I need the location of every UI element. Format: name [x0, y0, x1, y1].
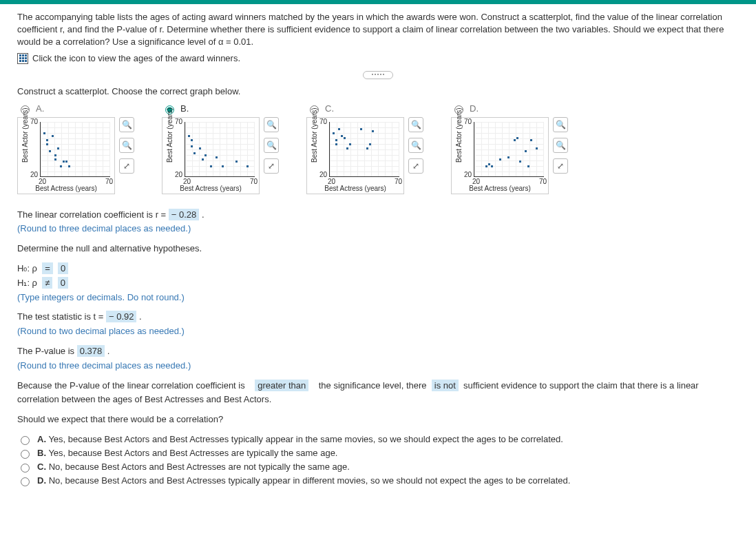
table-icon [17, 53, 28, 64]
zoom-in-icon[interactable]: 🔍 [119, 117, 134, 132]
zoom-in-icon[interactable]: 🔍 [408, 117, 423, 132]
h0-op[interactable]: = [42, 262, 53, 274]
expand-icon[interactable]: ⤢ [119, 158, 134, 174]
chart-a-inner [40, 122, 110, 177]
p-block: The P-value is 0.378 . (Round to three d… [17, 344, 739, 373]
expand-icon[interactable]: ⤢ [408, 158, 423, 174]
final-b-text: Yes, because Best Actors and Best Actres… [48, 448, 337, 458]
hypotheses-block: Determine the null and alternative hypot… [17, 242, 739, 304]
chart-b: Best Actor (years) 70 20 20 70 Best Actr… [162, 117, 260, 194]
y-tick-top: 70 [464, 118, 472, 125]
corr-hint: (Round to three decimal places as needed… [17, 223, 191, 234]
chart-c-inner [329, 122, 399, 177]
option-d-label: D. [470, 103, 479, 114]
chart-xlabel: Best Actress (years) [452, 185, 548, 192]
chart-c: Best Actor (years) 70 20 20 70 Best Actr… [306, 117, 404, 194]
expand-icon[interactable]: ⤢ [553, 158, 568, 174]
t-value[interactable]: − 0.92 [106, 311, 137, 322]
final-b-letter: B. [37, 448, 46, 458]
radio-final-c[interactable] [21, 464, 30, 473]
chart-ylabel: Best Actor (years) [455, 149, 463, 163]
chart-b-inner [185, 122, 255, 177]
option-c-label: C. [325, 103, 334, 114]
chart-ylabel: Best Actor (years) [166, 149, 174, 163]
option-b: B. Best Actor (years) 70 20 20 70 Best A… [162, 103, 279, 194]
final-a[interactable]: A. Yes, because Best Actors and Best Act… [17, 434, 739, 445]
corr-value[interactable]: − 0.28 [169, 209, 200, 220]
intro-text: The accompanying table lists the ages of… [17, 11, 739, 49]
chart-a-tools: 🔍 🔍 ⤢ [119, 117, 134, 194]
chart-b-area: Best Actor (years) 70 20 20 70 Best Actr… [162, 117, 279, 194]
expect-question: Should we expect that there would be a c… [17, 413, 739, 427]
chart-d-area: Best Actor (years) 70 20 20 70 Best Actr… [451, 117, 568, 194]
radio-final-a[interactable] [21, 436, 30, 445]
zoom-out-icon[interactable]: 🔍 [264, 138, 279, 153]
chart-xlabel: Best Actress (years) [307, 185, 403, 192]
y-tick-bot: 20 [319, 171, 327, 178]
concl-drop2[interactable]: is not [432, 380, 459, 391]
h1-val[interactable]: 0 [58, 277, 68, 289]
chart-xlabel: Best Actress (years) [18, 185, 114, 192]
h1-label: H₁: ρ [17, 278, 37, 288]
option-a-label: A. [36, 103, 44, 114]
y-tick-top: 70 [30, 118, 38, 125]
option-a: A. Best Actor (years) 70 20 20 70 Best A… [17, 103, 134, 194]
zoom-out-icon[interactable]: 🔍 [408, 138, 423, 153]
chart-c-area: Best Actor (years) 70 20 20 70 Best Actr… [306, 117, 423, 194]
option-d-header[interactable]: D. [451, 103, 568, 114]
p-value[interactable]: 0.378 [77, 345, 105, 357]
zoom-out-icon[interactable]: 🔍 [119, 138, 134, 153]
h0-label: H₀: ρ [17, 263, 37, 273]
concl-2: the significance level, there [319, 380, 427, 391]
final-c-letter: C. [37, 462, 46, 472]
expand-icon[interactable]: ⤢ [264, 158, 279, 174]
option-d: D. Best Actor (years) 70 20 20 70 Best A… [451, 103, 568, 194]
final-a-letter: A. [37, 434, 46, 444]
option-b-header[interactable]: B. [162, 103, 279, 114]
radio-final-d[interactable] [21, 477, 30, 486]
radio-final-b[interactable] [21, 450, 30, 459]
y-tick-bot: 20 [464, 171, 472, 178]
option-c-header[interactable]: C. [306, 103, 423, 114]
chart-d-tools: 🔍 🔍 ⤢ [553, 117, 568, 194]
final-c-text: No, because Best Actors and Best Actress… [49, 462, 350, 472]
chart-d-inner [474, 122, 544, 177]
separator-pill [363, 71, 393, 79]
chart-ylabel: Best Actor (years) [21, 149, 29, 163]
t-hint: (Round to two decimal places as needed.) [17, 326, 185, 336]
concl-drop1[interactable]: greater than [255, 380, 308, 391]
y-tick-top: 70 [319, 118, 327, 125]
t-pre: The test statistic is t = [17, 311, 106, 322]
final-d-letter: D. [37, 475, 46, 486]
t-block: The test statistic is t = − 0.92 . (Roun… [17, 310, 739, 339]
corr-pre: The linear correlation coefficient is r … [17, 209, 169, 220]
option-c: C. Best Actor (years) 70 20 20 70 Best A… [306, 103, 423, 194]
chart-ylabel: Best Actor (years) [311, 149, 318, 163]
hyp-hint: (Type integers or decimals. Do not round… [17, 292, 185, 302]
zoom-in-icon[interactable]: 🔍 [553, 117, 568, 132]
h0-val[interactable]: 0 [58, 262, 68, 274]
chart-a: Best Actor (years) 70 20 20 70 Best Actr… [17, 117, 115, 194]
zoom-in-icon[interactable]: 🔍 [264, 117, 279, 132]
chart-b-tools: 🔍 🔍 ⤢ [264, 117, 279, 194]
scatter-prompt: Construct a scatterplot. Choose the corr… [17, 86, 739, 96]
hyp-intro: Determine the null and alternative hypot… [17, 242, 739, 256]
concl-1: Because the P-value of the linear correl… [17, 380, 245, 391]
zoom-out-icon[interactable]: 🔍 [553, 138, 568, 153]
icon-link-text: Click the icon to view the ages of the a… [32, 53, 240, 63]
final-d[interactable]: D. No, because Best Actors and Best Actr… [17, 475, 739, 486]
option-a-header[interactable]: A. [17, 103, 134, 114]
correlation-block: The linear correlation coefficient is r … [17, 208, 739, 237]
final-c[interactable]: C. No, because Best Actors and Best Actr… [17, 462, 739, 473]
final-a-text: Yes, because Best Actors and Best Actres… [48, 434, 563, 444]
h1-op[interactable]: ≠ [42, 277, 52, 289]
conclusion-block: Because the P-value of the linear correl… [17, 379, 739, 408]
y-tick-bot: 20 [30, 171, 38, 178]
view-table-link[interactable]: Click the icon to view the ages of the a… [17, 53, 739, 64]
p-hint: (Round to three decimal places as needed… [17, 360, 191, 371]
chart-c-tools: 🔍 🔍 ⤢ [408, 117, 423, 194]
chart-xlabel: Best Actress (years) [162, 185, 259, 192]
final-options: A. Yes, because Best Actors and Best Act… [17, 434, 739, 486]
final-b[interactable]: B. Yes, because Best Actors and Best Act… [17, 448, 739, 459]
final-d-text: No, because Best Actors and Best Actress… [49, 475, 571, 486]
